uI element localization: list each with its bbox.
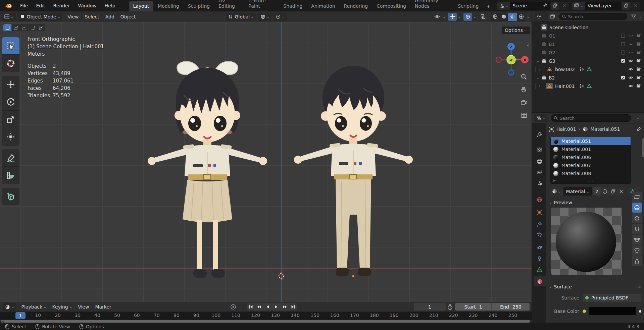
properties-tab-view-layer[interactable] (534, 167, 545, 177)
outliner-row-g1[interactable]: G1 (534, 32, 644, 40)
properties-tab-material[interactable] (534, 276, 546, 286)
viewlayer-copy-button[interactable] (622, 2, 631, 10)
chevron-down-icon[interactable]: ⌄ (473, 15, 477, 18)
camera-view-button[interactable] (519, 97, 529, 107)
surface-section-header[interactable]: ⌄ Surface ∷∷ (546, 282, 644, 291)
tool-measure[interactable] (2, 167, 19, 184)
animate-decorator-dot[interactable] (639, 310, 641, 313)
checkbox-off-icon[interactable] (621, 50, 625, 55)
proportional-editing-toggle[interactable]: ⌄ (274, 13, 287, 21)
viewport-3d[interactable]: Front Orthographic (1) Scene Collection … (0, 22, 532, 302)
breadcrumb-object[interactable]: Hair.001 (556, 126, 576, 132)
editor-type-selector[interactable]: ⌄ (2, 13, 16, 21)
material-list-scrollbar[interactable] (642, 138, 644, 157)
outliner-search-input[interactable]: Search (559, 13, 628, 20)
jump-start-button[interactable] (247, 303, 255, 311)
tool-select-box[interactable] (2, 37, 19, 55)
menu-window[interactable]: Window (74, 2, 100, 10)
workspace-tab-uv-editing[interactable]: UV Editing (214, 0, 244, 11)
properties-tab-particles[interactable] (534, 230, 545, 240)
frame-start-field[interactable]: Start1 (455, 303, 492, 311)
workspace-tab-layout[interactable]: Layout (129, 1, 154, 11)
mesh-data-icon[interactable] (587, 84, 592, 89)
material-slot-material.007[interactable]: Material.007 (551, 161, 631, 169)
workspace-tab-shading[interactable]: Shading (279, 1, 307, 11)
viewport-menu-view[interactable]: View (64, 13, 82, 20)
preview-shape-monkey[interactable] (632, 235, 642, 245)
workspace-tab-texture-paint[interactable]: Texture Paint (244, 0, 279, 11)
camera-visibility-icon[interactable] (636, 84, 641, 89)
select-mode-invert[interactable] (29, 24, 37, 31)
chevron-down-icon[interactable]: ⌄ (442, 15, 446, 18)
material-name-field[interactable]: Material... (563, 187, 592, 196)
viewport-menu-add[interactable]: Add (102, 13, 117, 20)
shading-material-preview-button[interactable] (508, 13, 517, 21)
preview-shape-plane[interactable] (632, 192, 642, 202)
properties-search-input[interactable]: Search (551, 114, 631, 122)
properties-options-dropdown[interactable]: ⌄ (633, 114, 642, 122)
tool-move[interactable] (2, 76, 19, 93)
mesh-data-icon[interactable] (587, 67, 592, 72)
outliner-row-bow.002[interactable]: │›bow.002 (534, 65, 644, 73)
viewport-menu-object[interactable]: Object (117, 13, 139, 20)
select-mode-subtract[interactable] (20, 24, 28, 31)
preview-shape-cloth[interactable] (632, 245, 642, 256)
properties-tab-tool[interactable] (534, 129, 545, 140)
properties-tab-modifiers[interactable] (534, 219, 545, 229)
object-visibility-dropdown[interactable] (433, 13, 442, 21)
material-browse-dropdown[interactable]: ⌄ (550, 187, 563, 196)
tool-annotate[interactable] (2, 149, 19, 167)
tool-add-cube[interactable] (2, 188, 19, 205)
eye-closed-icon[interactable] (628, 42, 633, 47)
workspace-tab-sculpting[interactable]: Sculpting (184, 1, 214, 11)
material-slot-material.051[interactable]: Material.051 (551, 137, 631, 145)
checkbox-off-icon[interactable] (621, 42, 625, 46)
eye-closed-icon[interactable] (628, 50, 633, 55)
play-reverse-button[interactable] (263, 303, 272, 311)
timeline-ruler[interactable]: 1 10203040506070809010011012013014015016… (0, 312, 532, 320)
perspective-toggle-button[interactable] (519, 110, 529, 120)
auto-keying-toggle[interactable] (230, 304, 236, 310)
chevron-down-icon[interactable]: ⌄ (639, 15, 643, 18)
camera-visibility-icon[interactable] (636, 42, 641, 47)
timeline-menu-view[interactable]: View (75, 303, 92, 311)
xray-toggle[interactable] (479, 13, 487, 21)
character-boy[interactable] (288, 57, 415, 278)
list-resize-grip[interactable]: ▶∷∷ (551, 177, 631, 183)
viewlayer-name-field[interactable]: ViewLayer (585, 2, 621, 10)
tool-transform[interactable] (2, 128, 19, 146)
drag-grip-icon[interactable]: ∷∷ (551, 275, 622, 278)
play-button[interactable] (272, 303, 280, 311)
timeline-editor-type-selector[interactable]: ⌄ (3, 303, 16, 311)
menu-edit[interactable]: Edit (32, 2, 49, 10)
preview-shape-fluid[interactable] (632, 256, 642, 266)
base-color-swatch[interactable] (589, 307, 636, 315)
checkbox-off-icon[interactable] (621, 34, 625, 38)
zoom-button[interactable] (519, 72, 529, 82)
camera-visibility-icon[interactable] (636, 75, 641, 80)
pin-icon[interactable] (637, 127, 641, 131)
menu-file[interactable]: File (16, 2, 32, 10)
preview-section-header[interactable]: ⌄ Preview ∷∷ (546, 198, 644, 207)
camera-visibility-icon[interactable] (636, 58, 641, 63)
viewlayer-browse-button[interactable]: ⌄ (572, 2, 585, 10)
properties-tab-physics[interactable] (534, 242, 545, 253)
character-girl[interactable] (144, 58, 271, 279)
preview-shape-hair[interactable] (632, 224, 642, 234)
outliner-row-g3[interactable]: ⌄G3 (534, 57, 644, 65)
jump-end-button[interactable] (289, 303, 297, 311)
current-frame-field[interactable]: 1 (414, 303, 446, 311)
shading-wireframe-button[interactable] (491, 13, 499, 21)
shading-solid-button[interactable] (499, 13, 508, 21)
eye-open-icon[interactable] (628, 84, 633, 89)
timeline-menu-keying[interactable]: Keying⌄ (49, 303, 75, 311)
tool-scale[interactable] (2, 111, 19, 128)
show-gizmo-toggle[interactable] (448, 13, 457, 21)
show-overlays-toggle[interactable] (463, 13, 472, 21)
transform-orientation-selector[interactable]: Global ⌄ (226, 13, 256, 21)
shading-dropdown[interactable]: ⌄ (527, 15, 530, 18)
select-mode-extend[interactable] (12, 24, 20, 31)
scene-copy-button[interactable] (551, 2, 559, 10)
viewlayer-remove-button[interactable] (631, 2, 640, 10)
outliner-row-g2[interactable]: G2 (534, 48, 644, 57)
